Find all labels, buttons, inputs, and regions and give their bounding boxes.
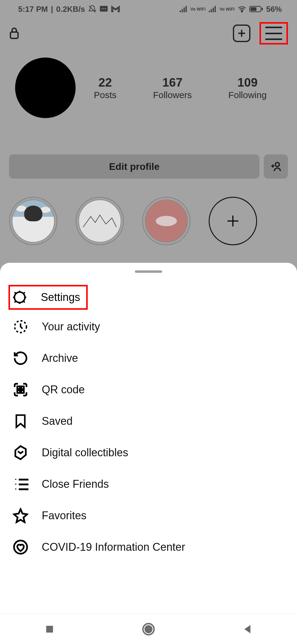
svg-rect-5: [180, 11, 181, 12]
status-net-speed: 0.2KB/s: [56, 5, 85, 14]
menu-label: Saved: [42, 415, 73, 428]
svg-point-3: [103, 8, 104, 9]
nav-recents-button[interactable]: [42, 622, 57, 637]
svg-rect-11: [213, 8, 214, 12]
qrcode-icon: [12, 381, 29, 398]
svg-rect-16: [262, 8, 263, 10]
svg-point-37: [145, 626, 152, 632]
svg-point-2: [101, 8, 103, 9]
activity-icon: [12, 318, 29, 335]
svg-rect-8: [185, 6, 187, 12]
posts-count: 22: [94, 76, 116, 89]
sheet-drag-handle[interactable]: [135, 270, 162, 273]
menu-item-covid[interactable]: COVID-19 Information Center: [0, 531, 297, 563]
following-label: Following: [228, 90, 267, 100]
signal-icon-2: [209, 6, 217, 12]
settings-icon: [11, 289, 28, 306]
svg-rect-35: [46, 626, 53, 632]
svg-rect-28: [21, 386, 24, 389]
saved-icon: [12, 413, 29, 430]
status-time: 5:17 PM: [18, 5, 48, 14]
menu-label: Favorites: [42, 509, 86, 522]
svg-rect-7: [184, 8, 185, 12]
profile-avatar[interactable]: [15, 58, 76, 118]
story-highlight-2[interactable]: [76, 197, 124, 245]
vowifi-label-1: Vo WiFi: [191, 7, 206, 11]
menu-label: Digital collectibles: [42, 446, 128, 459]
menu-button[interactable]: [265, 27, 282, 40]
menu-item-activity[interactable]: Your activity: [0, 311, 297, 342]
vowifi-label-2: Vo WiFi: [220, 7, 235, 11]
followers-label: Followers: [153, 90, 192, 100]
svg-point-13: [241, 11, 243, 12]
menu-item-qrcode[interactable]: QR code: [0, 374, 297, 405]
svg-rect-30: [21, 390, 24, 393]
svg-rect-31: [19, 479, 28, 481]
signal-icon: [180, 6, 188, 12]
discover-people-button[interactable]: [264, 154, 288, 179]
menu-item-saved[interactable]: Saved: [0, 405, 297, 437]
settings-highlight-box: Settings: [8, 285, 88, 310]
lock-icon: [9, 27, 19, 40]
battery-percent: 56%: [266, 5, 282, 14]
sms-icon: [100, 5, 108, 13]
add-highlight-button[interactable]: [209, 197, 257, 245]
svg-rect-15: [250, 7, 256, 11]
posts-stat[interactable]: 22 Posts: [94, 76, 116, 100]
close-friends-icon: [12, 476, 29, 493]
svg-rect-33: [19, 488, 28, 490]
menu-label: QR code: [42, 383, 85, 396]
posts-label: Posts: [94, 90, 116, 100]
svg-rect-6: [181, 9, 183, 12]
edit-profile-button[interactable]: Edit profile: [9, 154, 259, 179]
menu-label: Close Friends: [42, 478, 109, 490]
battery-icon: [249, 5, 263, 13]
favorites-icon: [12, 507, 29, 524]
menu-label: Archive: [42, 352, 78, 365]
covid-icon: [12, 539, 29, 556]
svg-point-20: [275, 163, 279, 167]
edit-profile-label: Edit profile: [109, 161, 159, 172]
menu-item-close-friends[interactable]: Close Friends: [0, 468, 297, 500]
create-post-button[interactable]: [233, 25, 250, 42]
menu-bottom-sheet: Settings Your activity Archive QR code S…: [0, 263, 297, 614]
menu-item-favorites[interactable]: Favorites: [0, 500, 297, 531]
followers-count: 167: [153, 76, 192, 89]
svg-point-4: [105, 8, 106, 9]
nav-back-button[interactable]: [240, 622, 255, 637]
followers-stat[interactable]: 167 Followers: [153, 76, 192, 100]
svg-rect-12: [214, 6, 216, 12]
collectibles-icon: [12, 444, 29, 461]
following-stat[interactable]: 109 Following: [228, 76, 267, 100]
story-highlight-1[interactable]: [9, 197, 57, 245]
svg-rect-17: [10, 32, 18, 38]
gmail-icon: [111, 5, 120, 13]
menu-item-archive[interactable]: Archive: [0, 342, 297, 374]
story-highlight-3[interactable]: [142, 197, 191, 245]
svg-rect-10: [211, 9, 212, 12]
menu-label: Your activity: [42, 320, 100, 333]
android-nav-bar: [0, 614, 297, 644]
svg-point-25: [15, 292, 25, 303]
menu-item-settings[interactable]: Settings: [41, 291, 80, 304]
svg-rect-27: [17, 386, 20, 389]
svg-rect-32: [19, 484, 28, 485]
menu-button-highlight: [259, 22, 288, 45]
svg-rect-9: [209, 11, 210, 12]
archive-icon: [12, 350, 29, 367]
following-count: 109: [228, 76, 267, 89]
status-bar: 5:17 PM | 0.2KB/s Vo WiFi Vo WiFi: [0, 0, 297, 18]
menu-label: COVID-19 Information Center: [42, 541, 185, 553]
nav-home-button[interactable]: [141, 622, 156, 637]
wifi-icon: [238, 6, 246, 12]
svg-rect-29: [17, 390, 20, 393]
menu-item-collectibles[interactable]: Digital collectibles: [0, 437, 297, 468]
mute-icon: [88, 5, 96, 13]
